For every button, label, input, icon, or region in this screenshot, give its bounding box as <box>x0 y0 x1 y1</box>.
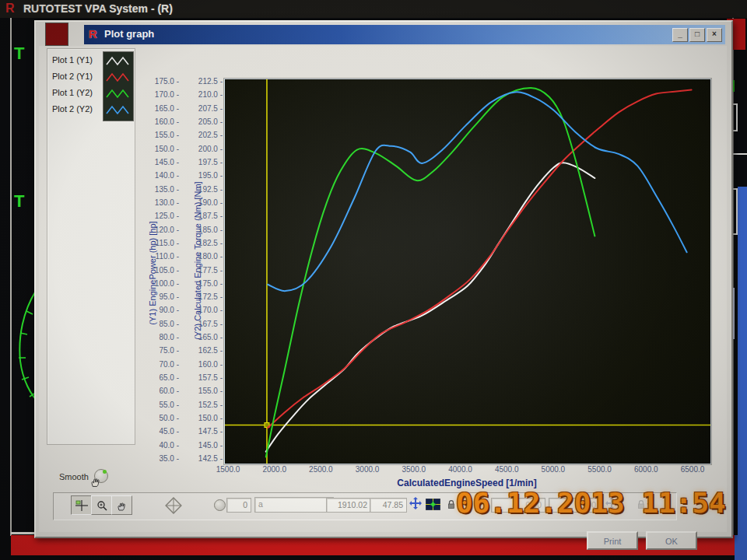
x-tick-label: 4000.0 <box>439 465 482 474</box>
y1-tick-label: 120.0 - <box>139 226 179 234</box>
x-tick-label: 6000.0 <box>624 465 668 474</box>
app-logo-icon: R <box>5 2 15 16</box>
y2-tick-label: 207.5 - <box>181 104 223 113</box>
y1-tick-label: 170.0 - <box>139 90 179 99</box>
x-tick-label: 6500.0 <box>671 465 714 474</box>
y1-tick-label: 140.0 - <box>139 171 179 180</box>
cursor-x-readout[interactable]: 1910.02 <box>326 498 371 513</box>
x-tick-label: 2500.0 <box>299 465 342 474</box>
y1-tick-label: 70.0 - <box>139 360 179 369</box>
app-red-logo-block <box>45 23 68 46</box>
y1-tick-label: 60.0 - <box>139 387 179 395</box>
y2-tick-label: 142.5 - <box>181 454 223 463</box>
y1-tick-label: 110.0 - <box>139 252 179 261</box>
y2-tick-label: 195.0 - <box>181 171 223 180</box>
ok-button[interactable]: OK <box>646 531 697 550</box>
y1-tick-label: 90.0 - <box>139 306 179 314</box>
y1-tick-label: 50.0 - <box>139 414 179 422</box>
y1-tick-label: 155.0 - <box>139 131 179 139</box>
y1-tick-label: 75.0 - <box>139 346 179 355</box>
y2-tick-label: 160.0 - <box>181 360 223 369</box>
y2-axis-title: (Y2) Calculated Engine Torque (Nm) [Nm] <box>193 181 202 339</box>
y2-tick-label: 147.5 - <box>181 427 223 436</box>
legend-item[interactable]: Plot 1 (Y2) <box>52 85 103 101</box>
spinner-knob[interactable] <box>214 499 226 511</box>
print-button[interactable]: Print <box>587 531 638 550</box>
lock-icon <box>447 499 456 509</box>
spinner-value-field[interactable]: 0 <box>226 498 251 513</box>
smooth-label: Smooth <box>59 472 89 481</box>
y1-tick-label: 65.0 - <box>139 373 179 382</box>
y1-axis-title: (Y1) EnginePower (hp) [hp] <box>148 221 157 324</box>
plot-graph-dialog: R Plot graph _ □ × Plot 1 (Y1)Plot 2 (Y1… <box>34 20 733 538</box>
dialog-title: Plot graph <box>104 28 154 40</box>
y2-tick-label: 150.0 - <box>181 414 223 422</box>
cursor-display-button[interactable] <box>424 495 441 513</box>
y1-tick-label: 100.0 - <box>139 279 179 288</box>
app-window-border-left <box>10 18 12 536</box>
hand-icon <box>117 500 128 511</box>
legend-sample-line <box>107 74 128 81</box>
magnifier-icon <box>96 500 107 511</box>
y1-tick-label: 165.0 - <box>139 104 179 113</box>
curve-plot-1-y1 <box>266 163 595 451</box>
screen-edge-blue <box>738 187 747 560</box>
y2-tick-label: 162.5 - <box>181 346 223 355</box>
y1-tick-label: 80.0 - <box>139 333 179 341</box>
zoom-tool-button[interactable] <box>91 495 112 515</box>
pan-diamond-icon[interactable] <box>162 494 185 517</box>
y1-tick-label: 45.0 - <box>139 427 179 436</box>
x-tick-label: 3500.0 <box>392 465 436 474</box>
app-titlebar[interactable]: R RUTOTEST VPA System - (R) <box>0 0 747 18</box>
curve-plot-1-y2 <box>266 88 595 457</box>
screen: R RUTOTEST VPA System - (R) T T [s] 3 h]… <box>0 0 747 560</box>
legend-sample-line <box>107 90 128 97</box>
legend-item[interactable]: Plot 2 (Y2) <box>52 101 103 117</box>
background-text-fragment: T <box>14 191 24 212</box>
legend-sample-box <box>103 51 134 121</box>
x-tick-label: 4500.0 <box>485 465 528 474</box>
y1-tick-label: 55.0 - <box>139 401 179 409</box>
cursor-name-field[interactable]: a <box>254 497 334 513</box>
dialog-logo-icon: R <box>89 27 97 40</box>
y1-tick-label: 150.0 - <box>139 145 179 153</box>
legend-item[interactable]: Plot 2 (Y1) <box>52 68 103 85</box>
dialog-titlebar[interactable]: R Plot graph _ □ × <box>84 25 725 44</box>
x-tick-label: 1500.0 <box>206 465 250 474</box>
y2-tick-label: 157.5 - <box>181 373 223 382</box>
cursor-tool-button[interactable] <box>71 495 92 515</box>
y2-tick-label: 145.0 - <box>181 441 223 450</box>
legend-panel: Plot 1 (Y1)Plot 2 (Y1)Plot 1 (Y2)Plot 2 … <box>47 48 135 445</box>
y1-tick-label: 115.0 - <box>139 239 179 247</box>
maximize-button[interactable]: □ <box>689 28 705 42</box>
cursor-y-readout[interactable]: 47.85 <box>370 498 407 513</box>
y2-tick-label: 155.0 - <box>181 387 223 395</box>
y2-tick-label: 202.5 - <box>181 131 223 139</box>
plot-area[interactable] <box>224 79 711 464</box>
y1-tick-label: 35.0 - <box>139 454 179 463</box>
y2-tick-label: 197.5 - <box>181 158 223 166</box>
smooth-indicator-dot <box>103 470 107 474</box>
move-arrows-icon <box>409 496 423 510</box>
x-tick-label: 5500.0 <box>578 465 622 474</box>
dialog-client-area: Plot 1 (Y1)Plot 2 (Y1)Plot 1 (Y2)Plot 2 … <box>39 46 727 532</box>
legend-item[interactable]: Plot 1 (Y1) <box>52 52 103 68</box>
y2-tick-label: 205.0 - <box>181 117 223 126</box>
close-button[interactable]: × <box>707 28 722 42</box>
legend-sample-line <box>107 107 128 114</box>
y1-tick-label: 105.0 - <box>139 266 179 275</box>
y1-tick-label: 160.0 - <box>139 117 179 126</box>
legend-sample-line <box>107 58 128 65</box>
y1-tick-label: 95.0 - <box>139 292 179 301</box>
pan-tool-button[interactable] <box>111 495 132 515</box>
cursor-move-button[interactable] <box>407 495 424 512</box>
app-title: RUTOTEST VPA System - (R) <box>23 2 173 15</box>
y1-tick-label: 145.0 - <box>139 158 179 166</box>
y1-tick-label: 135.0 - <box>139 185 179 194</box>
minimize-button[interactable]: _ <box>672 28 688 42</box>
x-tick-label: 2000.0 <box>253 465 296 474</box>
screen-corner-blue <box>735 535 747 560</box>
y1-tick-label: 40.0 - <box>139 441 179 450</box>
y2-tick-label: 212.5 - <box>181 77 223 86</box>
mouse-hand-cursor-icon <box>90 475 102 488</box>
